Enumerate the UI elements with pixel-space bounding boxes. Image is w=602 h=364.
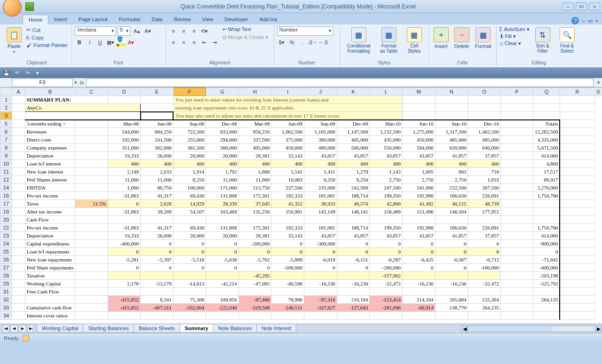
cell[interactable] [560,272,594,280]
cell[interactable]: 241,000 [403,184,436,192]
bold-button[interactable]: B [75,38,84,47]
cell[interactable]: 135,256 [238,208,271,216]
cell[interactable]: 41,857 [435,232,468,240]
cell[interactable] [12,304,25,312]
cell[interactable] [560,288,594,296]
cell[interactable]: 400 [108,160,141,168]
cell[interactable]: -31,883 [108,224,141,232]
autosum-button[interactable]: Σ AutoSum ▾ [499,26,530,32]
help-icon[interactable]: ? [571,17,579,24]
cell[interactable] [501,112,533,120]
cell[interactable]: -97,316 [304,296,337,304]
close-workbook-button[interactable]: × [595,18,598,24]
cell[interactable]: 75,308 [173,296,206,304]
cell[interactable]: 0 [206,240,239,248]
cell[interactable]: 414,000 [533,232,560,240]
format-painter-button[interactable]: 🖌Format Painter [25,42,69,48]
cell[interactable]: -222,048 [206,304,239,312]
col-header-K[interactable]: K [337,88,370,96]
cell[interactable]: 1,143 [370,168,403,176]
cell[interactable] [370,312,403,320]
tab-page-layout[interactable]: Page Layout [73,15,113,24]
cell[interactable] [12,184,25,192]
cell[interactable] [337,288,370,296]
cell[interactable]: 19,333 [108,232,141,240]
cell[interactable]: 125,364 [468,296,501,304]
cell[interactable]: 26,000 [206,152,239,160]
row-header-28[interactable]: 28 [0,272,12,280]
cell[interactable] [560,200,594,208]
cell[interactable] [12,272,25,280]
cell[interactable] [12,152,25,160]
cell[interactable]: 0 [435,264,468,272]
cell[interactable]: 863 [435,168,468,176]
cell[interactable] [75,176,108,184]
cell[interactable] [435,312,468,320]
row-header-29[interactable]: 29 [0,280,12,288]
cell[interactable] [435,216,468,224]
cell[interactable] [370,216,403,224]
cell[interactable]: Sep-09 [304,120,337,128]
cell[interactable] [75,184,108,192]
delete-cells-button[interactable]: －Delete [452,26,471,50]
cell[interactable]: -281,098 [370,304,403,312]
cell[interactable] [468,104,501,112]
cell[interactable]: 192,333 [271,224,304,232]
save-button[interactable]: 💾 [3,69,10,77]
cell[interactable]: 337,500 [238,136,271,144]
cell[interactable] [75,224,108,232]
cell[interactable] [403,104,436,112]
cell[interactable]: Cumulative cash flow [25,304,75,312]
cell[interactable]: -31,883 [108,192,141,200]
cell[interactable]: 0 [271,240,304,248]
row-header-27[interactable]: 27 [0,264,12,272]
col-header-Q[interactable]: Q [533,88,560,96]
cell[interactable]: 400 [435,160,468,168]
cell[interactable]: -240,511 [271,304,304,312]
cell[interactable] [337,312,370,320]
cell[interactable]: 43,857 [403,232,436,240]
cell[interactable] [468,272,501,280]
col-header-G[interactable]: G [206,88,239,96]
cell[interactable] [560,160,594,168]
cell[interactable]: 54,507 [173,208,206,216]
cell[interactable]: 833,000 [206,128,239,136]
cell[interactable]: -127,643 [337,304,370,312]
cell[interactable]: 8,250 [337,176,370,184]
cell[interactable]: 41,352 [271,200,304,208]
cell[interactable] [12,112,25,120]
cell[interactable] [370,288,403,296]
cell[interactable] [108,288,141,296]
cell[interactable]: 0 [141,264,174,272]
cell[interactable] [501,240,533,248]
cell[interactable]: 684,250 [141,128,174,136]
cell[interactable]: -47,085 [238,280,271,288]
row-header-33[interactable]: 33 [0,304,12,312]
cell[interactable]: 10,083 [271,176,304,184]
cell[interactable]: -32,472 [468,280,501,288]
col-header-P[interactable]: P [501,88,533,96]
cell[interactable]: -200,000 [370,264,403,272]
cell[interactable] [468,112,501,120]
cell[interactable]: Dec-10 [468,120,501,128]
cell[interactable]: 210,184 [337,296,370,304]
row-header-9[interactable]: 9 [0,152,12,160]
cell[interactable]: Capital expenditures [25,240,75,248]
cell[interactable]: -6,712 [468,256,501,264]
cell[interactable] [533,200,560,208]
cell[interactable]: Mar-09 [238,120,271,128]
cell[interactable]: 550,000 [370,144,403,152]
cell[interactable]: 400 [173,160,206,168]
cell[interactable] [560,232,594,240]
cell[interactable]: 14,929 [173,200,206,208]
col-header-N[interactable]: N [435,88,468,96]
increase-decimal-button[interactable]: .0→ [308,38,317,47]
cell[interactable]: 43,857 [370,152,403,160]
col-header-D[interactable]: D [108,88,141,96]
cell[interactable]: 226,691 [468,192,501,200]
row-header-14[interactable]: 14 [0,184,12,192]
cell[interactable]: 192,988 [403,192,436,200]
cell[interactable] [12,208,25,216]
cell[interactable]: -31,883 [108,208,141,216]
grow-font-button[interactable]: A▴ [132,26,142,36]
